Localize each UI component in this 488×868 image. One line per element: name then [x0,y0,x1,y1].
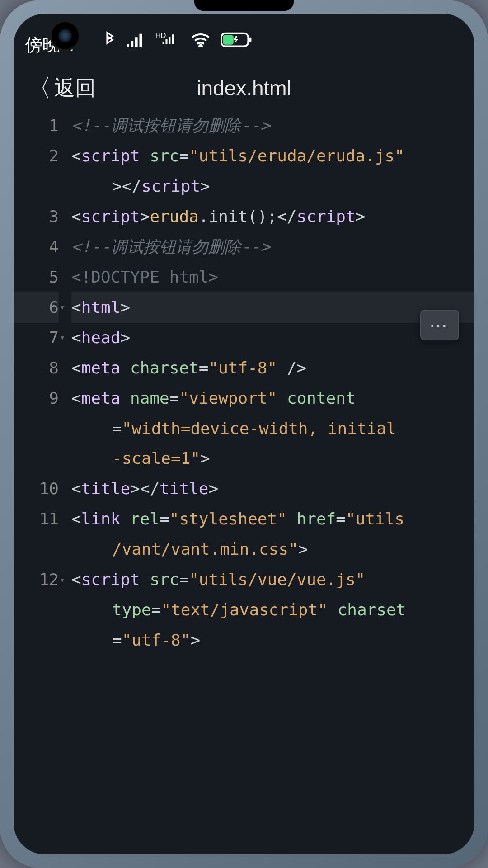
svg-rect-3 [249,37,251,42]
code-line[interactable]: <head> [71,323,474,353]
more-menu-button[interactable]: ⋯ [420,310,459,340]
ellipsis-icon: ⋯ [429,315,450,335]
wifi-icon [191,32,211,47]
code-line[interactable]: <title></title> [71,474,474,504]
hd-signal-icon: HD [155,31,181,49]
fold-marker-icon[interactable]: ▾ [60,330,65,346]
line-number: 7▾ [14,323,59,353]
status-bar: 傍晚6: HD [14,14,474,66]
back-button[interactable]: 〈 返回 [27,72,96,105]
code-line[interactable]: <script src="utils/vue/vue.js" [71,565,474,595]
code-editor[interactable]: 12 3456▾7▾89 1011 12▾ <!--调试按钮请勿删除--><sc… [14,111,474,854]
code-content[interactable]: <!--调试按钮请勿删除--><script src="utils/eruda/… [63,111,474,854]
line-number: 3 [14,202,59,232]
line-number: 8 [14,353,59,383]
code-line[interactable]: <link rel="stylesheet" href="utils [71,504,474,534]
line-number: 5 [14,262,59,292]
phone-frame: 傍晚6: HD [0,0,488,868]
fold-marker-icon[interactable]: ▾ [60,571,65,588]
line-number: 6▾ [14,292,59,323]
front-camera [50,20,80,51]
page-title: index.html [197,76,291,100]
status-icons: HD [104,31,253,49]
code-line[interactable]: <html> [71,292,474,323]
line-gutter: 12 3456▾7▾89 1011 12▾ [14,111,63,854]
svg-point-1 [199,45,202,47]
back-label: 返回 [54,74,96,102]
svg-rect-4 [223,35,233,45]
battery-icon [221,32,253,48]
code-line[interactable]: <script src="utils/eruda/eruda.js" [71,141,474,171]
line-number: 9 [14,383,59,414]
code-line[interactable]: <!--调试按钮请勿删除--> [71,232,474,262]
code-line[interactable]: <!--调试按钮请勿删除--> [71,111,474,141]
signal-icon [126,32,145,47]
title-bar: 〈 返回 index.html [14,66,474,111]
code-line[interactable]: <!DOCTYPE html> [71,262,474,292]
speaker-notch [194,0,294,11]
svg-text:HD: HD [155,31,166,39]
line-number: 1 [14,111,59,141]
bluetooth-icon [104,31,116,49]
code-line[interactable]: <script>eruda.init();</script> [71,202,474,232]
line-number: 12▾ [14,565,59,595]
chevron-left-icon: 〈 [27,72,52,105]
fold-marker-icon[interactable]: ▾ [60,299,65,316]
code-line[interactable]: <meta name="viewport" content [71,383,474,414]
code-line[interactable]: <meta charset="utf-8" /> [71,353,474,383]
line-number: 2 [14,141,59,171]
screen: 傍晚6: HD [14,14,474,854]
line-number: 4 [14,232,59,262]
line-number: 10 [14,474,59,504]
line-number: 11 [14,504,59,534]
